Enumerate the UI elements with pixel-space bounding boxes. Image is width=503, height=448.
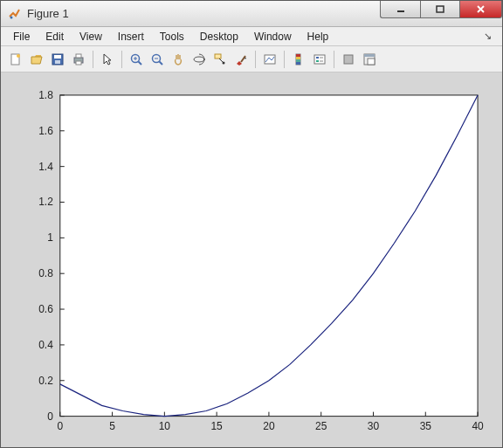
open-folder-icon[interactable] [27, 50, 46, 69]
svg-rect-31 [296, 62, 300, 65]
zoom-in-icon[interactable] [127, 50, 146, 69]
svg-line-14 [139, 61, 142, 65]
svg-text:1.8: 1.8 [38, 89, 53, 101]
dock-icon[interactable] [360, 50, 379, 69]
svg-text:35: 35 [420, 420, 432, 432]
pan-icon[interactable] [169, 50, 188, 69]
svg-text:40: 40 [472, 420, 484, 432]
svg-text:25: 25 [315, 420, 327, 432]
svg-text:0.2: 0.2 [38, 375, 53, 387]
close-button[interactable] [460, 1, 502, 18]
svg-rect-39 [364, 54, 375, 57]
toolbar [1, 46, 502, 72]
svg-point-6 [17, 54, 20, 58]
menu-edit[interactable]: Edit [38, 29, 71, 45]
svg-text:0.6: 0.6 [38, 303, 53, 315]
svg-rect-8 [54, 55, 61, 59]
axes[interactable]: 051015202530354000.20.40.60.811.21.41.61… [8, 79, 495, 441]
window-controls [380, 1, 502, 26]
matlab-app-icon [8, 7, 22, 21]
svg-text:0.8: 0.8 [38, 267, 53, 279]
svg-text:20: 20 [263, 420, 275, 432]
svg-point-20 [194, 57, 204, 62]
insert-legend-icon[interactable] [310, 50, 329, 69]
svg-text:5: 5 [109, 420, 115, 432]
svg-rect-12 [76, 61, 81, 65]
maximize-button[interactable] [420, 1, 460, 18]
plot-area[interactable]: 051015202530354000.20.40.60.811.21.41.61… [1, 72, 502, 447]
save-icon[interactable] [48, 50, 67, 69]
figure-window: Figure 1 File Edit View Insert Tools Des… [0, 0, 503, 448]
menu-desktop[interactable]: Desktop [193, 29, 245, 45]
menu-file[interactable]: File [6, 29, 37, 45]
svg-text:30: 30 [368, 420, 380, 432]
svg-text:10: 10 [159, 420, 171, 432]
svg-rect-29 [296, 57, 300, 59]
svg-rect-2 [437, 6, 444, 12]
svg-rect-22 [215, 54, 221, 59]
svg-text:1.6: 1.6 [38, 125, 53, 137]
svg-text:1: 1 [47, 231, 53, 244]
svg-point-0 [10, 16, 13, 18]
axes-frame [60, 95, 478, 417]
svg-rect-30 [296, 59, 300, 62]
svg-rect-37 [344, 55, 353, 64]
dock-corner-icon[interactable]: ↘ [484, 31, 497, 42]
svg-rect-40 [368, 59, 375, 65]
svg-rect-11 [76, 54, 81, 58]
svg-text:0: 0 [57, 420, 63, 432]
rotate-3d-icon[interactable] [189, 50, 209, 69]
svg-text:0.4: 0.4 [38, 339, 53, 351]
data-cursor-icon[interactable] [210, 50, 230, 69]
window-title: Figure 1 [27, 7, 380, 20]
insert-colorbar-icon[interactable] [289, 50, 308, 69]
minimize-button[interactable] [380, 1, 420, 18]
menu-help[interactable]: Help [300, 29, 336, 45]
menu-tools[interactable]: Tools [153, 29, 191, 45]
link-plot-icon[interactable] [260, 50, 279, 69]
print-icon[interactable] [69, 50, 88, 69]
svg-rect-28 [296, 54, 300, 57]
svg-text:1.4: 1.4 [38, 161, 53, 173]
pointer-icon[interactable] [98, 50, 117, 69]
titlebar[interactable]: Figure 1 [1, 1, 502, 27]
menu-view[interactable]: View [72, 29, 109, 45]
svg-text:1.2: 1.2 [38, 196, 53, 208]
svg-rect-26 [265, 55, 275, 64]
brush-icon[interactable] [231, 50, 251, 69]
menu-window[interactable]: Window [247, 29, 299, 45]
menu-insert[interactable]: Insert [111, 29, 151, 45]
new-file-icon[interactable] [6, 50, 25, 69]
svg-point-23 [223, 61, 225, 64]
svg-rect-9 [55, 60, 60, 64]
svg-line-18 [160, 61, 163, 65]
svg-text:15: 15 [210, 420, 223, 432]
zoom-out-icon[interactable] [148, 50, 167, 69]
svg-marker-25 [245, 58, 246, 59]
svg-text:0: 0 [47, 410, 53, 423]
hide-tools-icon[interactable] [339, 50, 358, 69]
svg-line-24 [241, 56, 245, 62]
svg-rect-32 [314, 55, 325, 64]
menubar: File Edit View Insert Tools Desktop Wind… [1, 27, 502, 46]
